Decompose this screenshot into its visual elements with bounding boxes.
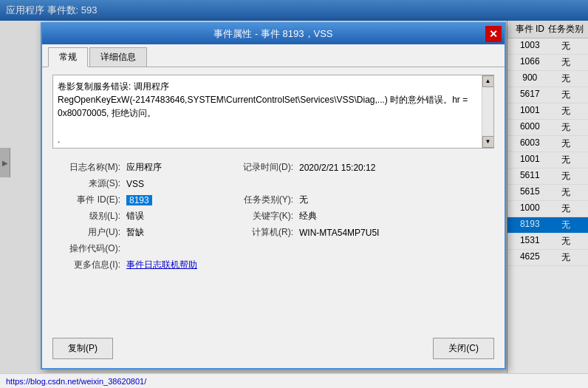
level-value: 错误 (122, 210, 225, 222)
tab-details[interactable]: 详细信息 (89, 47, 147, 67)
user-value: 暂缺 (122, 226, 225, 239)
user-label: 用户(U): (54, 226, 120, 239)
event-properties-dialog: 事件属性 - 事件 8193，VSS ✕ 常规 详细信息 卷影复制服务错误: 调… (41, 22, 506, 370)
more-info-label: 更多信息(I): (54, 259, 120, 271)
fields-table: 日志名称(M): 应用程序 记录时间(D): 2020/2/21 15:20:1… (52, 157, 494, 275)
event-id-label: 事件 ID(E): (54, 194, 120, 206)
task-cat-value: 无 (295, 194, 493, 206)
record-time-label: 记录时间(D): (227, 161, 293, 174)
tab-general[interactable]: 常规 (48, 47, 88, 67)
level-label: 级别(L): (54, 210, 120, 222)
event-message-box: 卷影复制服务错误: 调用程序 RegOpenKeyExW(-2147483646… (52, 75, 494, 149)
opcode-value (122, 242, 225, 255)
task-cat-label: 任务类别(Y): (227, 194, 293, 206)
message-scrollbar[interactable]: ▲ ▼ (482, 75, 493, 148)
more-info-link[interactable]: 事件日志联机帮助 (126, 259, 197, 270)
copy-button[interactable]: 复制(P) (52, 338, 113, 359)
modal-action-buttons: 复制(P) 关闭(C) (52, 338, 494, 359)
keywords-label: 关键字(K): (227, 210, 293, 222)
source-label: 来源(S): (54, 177, 120, 190)
status-bar: https://blog.csdn.net/weixin_38620801/ (0, 373, 588, 388)
log-name-label: 日志名称(M): (54, 161, 120, 174)
scroll-down-btn[interactable]: ▼ (482, 136, 494, 148)
computer-label: 计算机(R): (227, 226, 293, 239)
modal-body: 卷影复制服务错误: 调用程序 RegOpenKeyExW(-2147483646… (42, 67, 505, 282)
status-text: https://blog.csdn.net/weixin_38620801/ (6, 377, 146, 386)
keywords-value: 经典 (295, 210, 493, 222)
modal-titlebar: 事件属性 - 事件 8193，VSS ✕ (42, 24, 505, 44)
computer-value: WIN-MTA54MP7U5I (295, 226, 493, 239)
source-value: VSS (122, 177, 225, 190)
modal-title: 事件属性 - 事件 8193，VSS (213, 27, 332, 41)
record-time-value: 2020/2/21 15:20:12 (295, 161, 493, 174)
event-message-text: 卷影复制服务错误: 调用程序 RegOpenKeyExW(-2147483646… (58, 80, 489, 146)
log-name-value: 应用程序 (122, 161, 225, 174)
scroll-up-btn[interactable]: ▲ (482, 75, 494, 87)
opcode-label: 操作代码(O): (54, 242, 120, 255)
close-button[interactable]: 关闭(C) (433, 338, 494, 359)
modal-close-button[interactable]: ✕ (485, 26, 502, 42)
event-id-value: 8193 (126, 195, 152, 205)
tab-bar: 常规 详细信息 (42, 44, 505, 67)
